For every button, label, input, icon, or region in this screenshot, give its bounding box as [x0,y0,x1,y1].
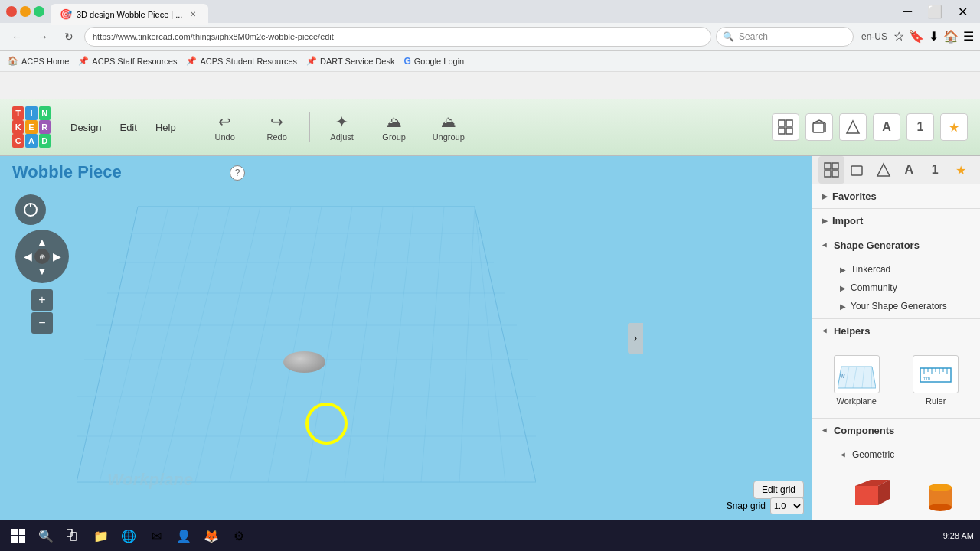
address-bar[interactable]: https://www.tinkercad.com/things/iphx8M0… [84,27,711,47]
canvas-objects [0,156,812,520]
panel-grid-button[interactable] [818,156,844,184]
3d-view-button[interactable] [805,113,833,141]
svg-marker-5 [847,121,859,133]
tab-close-button[interactable]: ✕ [187,8,199,21]
close-button[interactable]: ✕ [952,3,974,21]
collapse-panel-button[interactable]: › [628,323,643,354]
number-button[interactable]: 1 [906,113,934,141]
taskbar-firefox-button[interactable]: 🦊 [199,523,224,548]
browser-tab[interactable]: 🎯 3D design Wobble Piece | ... ✕ [51,4,208,25]
zoom-out-button[interactable]: − [31,312,53,334]
snap-grid-select[interactable]: 1.0 0.5 0.25 0.1 [770,497,804,514]
community-sub-item[interactable]: ▶ Community [831,279,980,297]
maximize-window-button[interactable] [34,6,44,17]
grid-view-button[interactable] [772,113,799,141]
helpers-header[interactable]: ▼ Helpers [812,319,980,343]
star-icon[interactable]: ☆ [893,29,904,44]
cylinder-shape-item[interactable]: Cylinder [909,471,973,520]
redo-button[interactable]: ↪ Redo [254,108,300,146]
your-generators-sub-item[interactable]: ▶ Your Shape Generators [831,297,980,315]
helpers-grid: W Workplane [812,343,980,418]
box-shape-item[interactable]: Box [838,471,903,520]
bookmark-dart[interactable]: 📌 DART Service Desk [306,56,394,66]
panel-shape-button[interactable] [871,156,897,184]
tab-title: 3D design Wobble Piece | ... [77,10,182,19]
shape-view-button[interactable] [839,113,867,141]
taskbar-app2-button[interactable]: ⚙ [227,523,251,548]
minimize-button[interactable]: ─ [897,3,918,20]
tinkercad-arrow-icon: ▶ [840,266,846,274]
zoom-in-button[interactable]: + [31,289,53,311]
tinkercad-app: T I N K E R C A D Design Edit Help ↩ Un [0,99,980,520]
group-button[interactable]: ⛰ Group [371,109,417,146]
menu-icon[interactable]: ☰ [963,29,974,44]
taskbar-person-button[interactable]: 👤 [172,523,196,548]
undo-button[interactable]: ↩ Undo [202,108,248,146]
compass-control[interactable]: ▲ ▼ ◀ ▶ ⊕ [15,230,69,283]
panel-3d-button[interactable] [844,156,871,184]
bookmarks-bar: 🏠 ACPS Home 📌 ACPS Staff Resources 📌 ACP… [0,51,980,72]
taskbar-search-button[interactable]: 🔍 [34,523,58,548]
import-section: ▶ Import [812,209,980,233]
svg-text:mm: mm [923,376,930,380]
bookmark-student[interactable]: 📌 ACPS Student Resources [186,56,297,66]
panel-icon-toolbar: A 1 ★ [812,156,980,184]
bookmark-icon-home: 🏠 [8,56,18,66]
cylinder-shape-image [916,476,965,518]
bookmark-staff[interactable]: 📌 ACPS Staff Resources [78,56,177,66]
navigation-bar: ← → ↻ https://www.tinkercad.com/things/i… [0,23,980,51]
taskbar-browser-button[interactable]: 🌐 [116,523,141,548]
taskbar-search-icon: 🔍 [38,529,54,543]
reload-button[interactable]: ↻ [58,26,80,47]
workplane-helper-item[interactable]: W Workplane [820,350,893,410]
bookmark-acps-home[interactable]: 🏠 ACPS Home [8,56,69,66]
components-header[interactable]: ▼ Components [812,419,980,442]
taskbar-windows-button[interactable] [6,523,31,548]
taskbar-mail-button[interactable]: ✉ [144,523,168,548]
menu-edit[interactable]: Edit [112,119,144,136]
menu-design[interactable]: Design [63,119,109,136]
svg-rect-60 [19,529,25,535]
ungroup-button[interactable]: ⛰ Ungroup [423,109,474,146]
geometric-header[interactable]: ▼ Geometric [831,445,980,464]
panel-number-button[interactable]: 1 [922,156,948,184]
wobble-piece-object[interactable] [283,351,325,373]
import-header[interactable]: ▶ Import [812,209,980,233]
rotate-view-button[interactable] [15,194,46,225]
tinkercad-logo[interactable]: T I N K E R C A D [12,106,51,148]
back-button[interactable]: ← [6,26,28,47]
ruler-helper-item[interactable]: mm Ruler [900,350,973,410]
panel-star-button[interactable]: ★ [948,156,974,184]
panel-text-button[interactable]: A [896,156,922,184]
svg-rect-35 [851,166,862,175]
tinkercad-sub-item[interactable]: ▶ Tinkercad [831,260,980,279]
restore-button[interactable]: ⬜ [921,3,949,21]
top-toolbar: T I N K E R C A D Design Edit Help ↩ Un [0,99,980,156]
geometric-expand-icon: ▼ [839,451,848,458]
taskbar-task-view-button[interactable] [61,523,86,548]
minimize-window-button[interactable] [20,6,31,17]
bookmark-google[interactable]: G Google Login [403,56,464,67]
taskbar-person-icon: 👤 [176,529,191,543]
adjust-button[interactable]: ✦ Adjust [319,108,365,146]
community-arrow-icon: ▶ [840,284,846,292]
taskbar-file-explorer-button[interactable]: 📁 [89,523,113,548]
shape-generators-header[interactable]: ▼ Shape Generators [812,233,980,257]
shape-generators-section: ▼ Shape Generators ▶ Tinkercad ▶ Communi… [812,233,980,319]
help-button[interactable]: ? [230,165,245,181]
bookmark-icon[interactable]: 🔖 [909,29,924,44]
close-window-button[interactable] [6,6,17,17]
ruler-helper-image: mm [913,355,959,393]
home-icon[interactable]: 🏠 [943,29,959,44]
favorites-header[interactable]: ▶ Favorites [812,184,980,208]
svg-rect-32 [832,163,838,169]
forward-button[interactable]: → [32,26,54,47]
search-bar[interactable]: 🔍 Search [716,27,854,47]
edit-grid-button[interactable]: Edit grid [753,481,804,499]
workplane-label: Workplane [107,470,193,490]
canvas-area[interactable]: Wobble Piece ? ▲ ▼ ◀ ▶ ⊕ + [0,156,812,520]
star-button[interactable]: ★ [940,113,968,141]
download-icon[interactable]: ⬇ [929,29,939,44]
text-button[interactable]: A [873,113,900,141]
menu-help[interactable]: Help [148,119,184,136]
